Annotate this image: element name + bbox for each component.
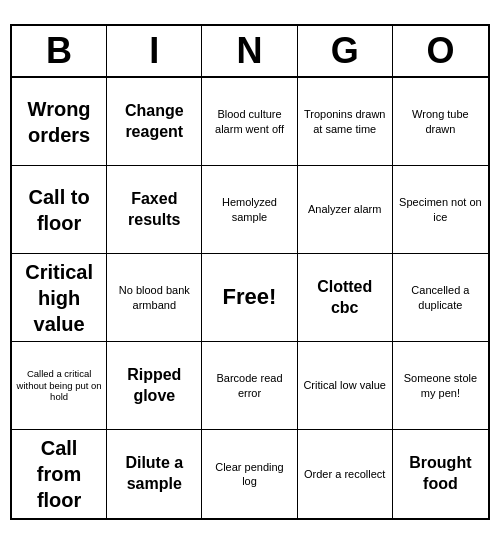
bingo-cell: Specimen not on ice — [393, 166, 488, 254]
bingo-cell: Clotted cbc — [298, 254, 393, 342]
bingo-cell: Critical high value — [12, 254, 107, 342]
bingo-cell: Brought food — [393, 430, 488, 518]
bingo-cell: Faxed results — [107, 166, 202, 254]
bingo-cell: No blood bank armband — [107, 254, 202, 342]
bingo-cell: Clear pending log — [202, 430, 297, 518]
bingo-cell: Ripped glove — [107, 342, 202, 430]
header-letter: N — [202, 26, 297, 76]
bingo-cell: Analyzer alarm — [298, 166, 393, 254]
bingo-cell: Change reagent — [107, 78, 202, 166]
bingo-card: BINGO Wrong ordersChange reagentBlood cu… — [10, 24, 490, 520]
bingo-cell: Cancelled a duplicate — [393, 254, 488, 342]
header-letter: I — [107, 26, 202, 76]
bingo-cell: Critical low value — [298, 342, 393, 430]
header-letter: B — [12, 26, 107, 76]
bingo-cell: Call to floor — [12, 166, 107, 254]
bingo-cell: Order a recollect — [298, 430, 393, 518]
bingo-cell: Someone stole my pen! — [393, 342, 488, 430]
header-letter: O — [393, 26, 488, 76]
bingo-cell: Barcode read error — [202, 342, 297, 430]
bingo-cell: Blood culture alarm went off — [202, 78, 297, 166]
bingo-cell: Wrong tube drawn — [393, 78, 488, 166]
bingo-cell: Free! — [202, 254, 297, 342]
bingo-cell: Called a critical without being put on h… — [12, 342, 107, 430]
bingo-header: BINGO — [12, 26, 488, 78]
bingo-grid: Wrong ordersChange reagentBlood culture … — [12, 78, 488, 518]
bingo-cell: Dilute a sample — [107, 430, 202, 518]
header-letter: G — [298, 26, 393, 76]
bingo-cell: Troponins drawn at same time — [298, 78, 393, 166]
bingo-cell: Hemolyzed sample — [202, 166, 297, 254]
bingo-cell: Wrong orders — [12, 78, 107, 166]
bingo-cell: Call from floor — [12, 430, 107, 518]
